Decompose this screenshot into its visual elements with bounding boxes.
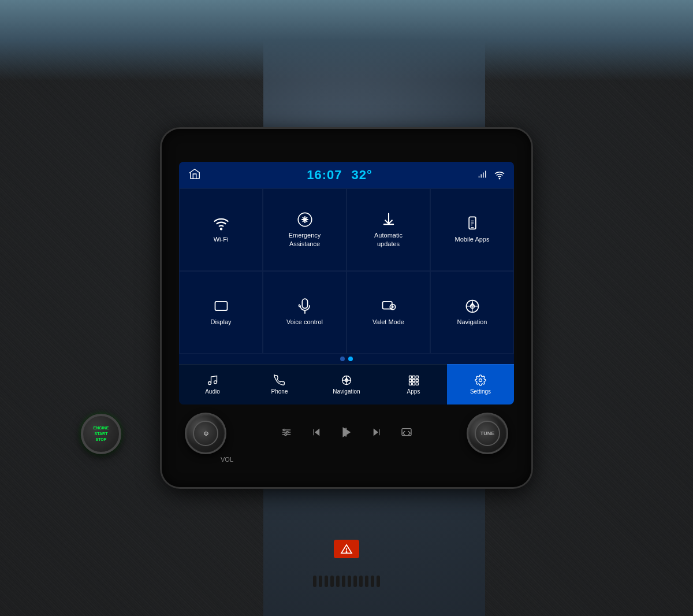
svg-rect-32	[412, 383, 415, 385]
svg-point-21	[208, 382, 211, 385]
svg-rect-26	[412, 376, 415, 378]
grid-item-emergency[interactable]: Emergency Assistance	[263, 188, 346, 271]
svg-point-38	[283, 429, 285, 431]
emergency-label: Emergency Assistance	[289, 231, 321, 248]
nav-phone[interactable]: Phone	[246, 364, 313, 405]
screen-toggle-button[interactable]	[398, 425, 415, 442]
svg-rect-29	[412, 379, 415, 381]
svg-point-40	[285, 433, 286, 435]
next-track-button[interactable]	[368, 425, 385, 442]
voice-label: Voice control	[286, 318, 323, 326]
grid-item-navigation[interactable]: Navigation	[430, 271, 514, 354]
svg-rect-27	[416, 376, 418, 378]
vol-knob[interactable]: ⏻	[185, 413, 226, 454]
grid-item-valet[interactable]: Valet Mode	[346, 271, 430, 354]
wifi-header-icon	[494, 170, 505, 180]
svg-rect-28	[409, 379, 412, 381]
temperature: 32°	[352, 168, 372, 183]
grid-item-display[interactable]: Display	[179, 271, 263, 354]
mobile-apps-label: Mobile Apps	[455, 235, 490, 243]
apps-nav-label: Apps	[407, 388, 420, 395]
wifi-icon	[213, 216, 229, 232]
signal-icon	[478, 170, 489, 180]
home-icon[interactable]	[188, 168, 201, 183]
hazard-button-area	[334, 540, 359, 558]
svg-point-34	[479, 379, 482, 382]
grid-item-updates[interactable]: Automatic updates	[346, 188, 430, 271]
vent-grill-bottom	[231, 570, 462, 593]
audio-nav-label: Audio	[205, 388, 220, 395]
settings-nav-icon	[475, 374, 486, 386]
svg-point-39	[286, 431, 288, 433]
emergency-icon	[297, 211, 313, 228]
tune-knob[interactable]: TUNE	[467, 413, 508, 454]
dashboard-top	[0, 0, 693, 81]
svg-point-5	[220, 228, 222, 230]
svg-marker-41	[315, 429, 319, 435]
vol-label: VOL	[221, 456, 233, 463]
page-dots	[179, 354, 514, 364]
svg-rect-25	[409, 376, 412, 378]
controls-row: ⏻ VOL	[185, 413, 508, 454]
svg-rect-13	[215, 302, 227, 310]
nav-settings[interactable]: Settings	[447, 364, 514, 405]
nav-grid-icon	[464, 298, 480, 314]
svg-point-51	[346, 552, 346, 552]
svg-rect-30	[416, 379, 418, 381]
grid-item-mobile-apps[interactable]: Mobile Apps	[430, 188, 514, 271]
svg-rect-47	[402, 428, 411, 435]
dot-1[interactable]	[340, 357, 345, 361]
updates-label: Automatic updates	[374, 231, 403, 248]
tune-knob-inner: TUNE	[475, 421, 500, 446]
settings-grid: Wi-Fi Emergency Assistance Autom	[179, 188, 514, 354]
eq-button[interactable]	[278, 425, 295, 442]
navigation-nav-icon	[341, 374, 352, 386]
voice-icon	[297, 298, 313, 314]
navigation-label: Navigation	[457, 318, 487, 326]
nav-bar: Audio Phone Navigation	[179, 364, 514, 405]
svg-marker-45	[374, 429, 378, 435]
grid-item-voice[interactable]: Voice control	[263, 271, 346, 354]
infotainment-screen: 16:07 32°	[179, 162, 514, 405]
prev-track-button[interactable]	[308, 425, 325, 442]
wifi-label: Wi-Fi	[214, 235, 229, 243]
phone-nav-icon	[274, 374, 285, 386]
audio-nav-icon	[207, 374, 218, 386]
dot-2[interactable]	[348, 357, 353, 361]
apps-nav-icon	[408, 374, 419, 386]
settings-nav-label: Settings	[470, 388, 491, 395]
svg-rect-33	[416, 383, 418, 385]
navigation-nav-label: Navigation	[333, 388, 360, 395]
hazard-button[interactable]	[334, 540, 359, 558]
media-controls	[236, 424, 457, 443]
display-icon	[213, 298, 229, 314]
header-status-icons	[478, 170, 505, 180]
mobile-icon	[464, 216, 480, 232]
nav-navigation[interactable]: Navigation	[313, 364, 380, 405]
valet-label: Valet Mode	[372, 318, 404, 326]
nav-audio[interactable]: Audio	[179, 364, 246, 405]
clock: 16:07	[307, 168, 342, 183]
display-label: Display	[210, 318, 231, 326]
nav-apps[interactable]: Apps	[380, 364, 447, 405]
play-pause-button[interactable]	[338, 424, 355, 443]
valet-icon	[381, 298, 397, 314]
svg-point-4	[499, 178, 500, 179]
grid-item-wifi[interactable]: Wi-Fi	[179, 188, 263, 271]
engine-start-button[interactable]: ENGINE START STOP	[81, 414, 121, 454]
screen-housing: 16:07 32°	[162, 129, 531, 487]
header-bar: 16:07 32°	[179, 162, 514, 188]
tune-label: TUNE	[480, 431, 495, 436]
svg-point-22	[214, 381, 217, 384]
vol-knob-inner: ⏻	[193, 421, 218, 446]
phone-nav-label: Phone	[271, 388, 288, 395]
header-time-temp: 16:07 32°	[307, 168, 372, 183]
svg-rect-31	[409, 383, 412, 385]
download-icon	[381, 211, 397, 228]
